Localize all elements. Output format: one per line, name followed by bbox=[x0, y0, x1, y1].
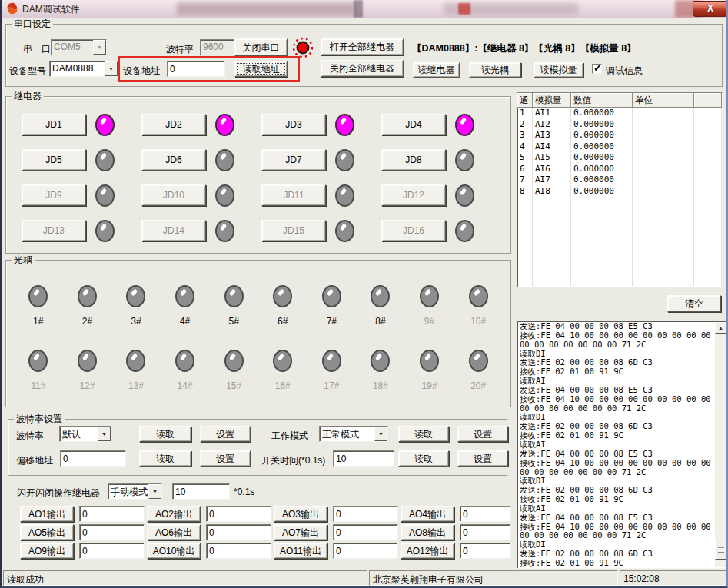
ao-output-input-12[interactable] bbox=[460, 543, 511, 559]
flash-time-input[interactable] bbox=[172, 483, 230, 500]
relay-led-on bbox=[335, 114, 354, 136]
relay-led-off bbox=[95, 184, 115, 207]
chevron-down-icon[interactable]: ▼ bbox=[148, 484, 161, 499]
ao-output-button-4[interactable]: AO4输出 bbox=[401, 506, 454, 522]
ao-output-input-9[interactable] bbox=[79, 543, 145, 559]
flash-mode-combo[interactable]: 手动模式 ▼ bbox=[108, 483, 162, 500]
scrollbar-thumb[interactable] bbox=[715, 540, 726, 560]
opto-label: 3# bbox=[131, 316, 141, 327]
work-mode-read-button[interactable]: 读取 bbox=[398, 426, 449, 442]
analog-table-cell bbox=[633, 164, 694, 175]
analog-table-cell bbox=[694, 264, 722, 275]
close-button[interactable]: X bbox=[693, 1, 726, 17]
relay-led-on bbox=[95, 114, 115, 136]
analog-table-row: 3AI30.000000 bbox=[517, 130, 722, 141]
analog-table-row: 4AI40.000000 bbox=[517, 141, 722, 153]
relay-button-jd8[interactable]: JD8 bbox=[381, 149, 446, 171]
ao-output-button-6[interactable]: AO6输出 bbox=[147, 524, 201, 540]
device-model-combo[interactable]: DAM0888 ▼ bbox=[49, 61, 118, 77]
relay-button-jd7[interactable]: JD7 bbox=[261, 149, 326, 171]
device-address-input[interactable] bbox=[167, 61, 225, 77]
analog-table-cell: 6 bbox=[517, 164, 533, 175]
opto-led bbox=[322, 285, 341, 307]
switch-time-read-button[interactable]: 读取 bbox=[398, 450, 449, 467]
analog-table-cell bbox=[633, 197, 694, 208]
opto-cell: 3# bbox=[111, 279, 161, 344]
ao-output-button-11[interactable]: AO11输出 bbox=[274, 543, 327, 559]
opto-led bbox=[175, 350, 194, 372]
analog-table-cell bbox=[694, 208, 722, 220]
relay-button-jd3[interactable]: JD3 bbox=[261, 114, 326, 135]
analog-table-cell: 7 bbox=[517, 174, 533, 186]
work-mode-set-button[interactable]: 设置 bbox=[457, 426, 508, 442]
relay-button-jd5[interactable]: JD5 bbox=[22, 149, 86, 171]
relay-button-jd6[interactable]: JD6 bbox=[141, 149, 206, 171]
switch-time-input[interactable] bbox=[333, 450, 394, 467]
analog-table-cell: 0.000000 bbox=[571, 119, 633, 131]
ao-output-input-5[interactable] bbox=[79, 524, 145, 540]
offset-address-input[interactable] bbox=[60, 450, 126, 467]
ao-output-input-7[interactable] bbox=[333, 524, 398, 540]
read-opto-button[interactable]: 读光耦 bbox=[469, 62, 521, 78]
ao-output-input-11[interactable] bbox=[333, 543, 398, 559]
ao-output-button-1[interactable]: AO1输出 bbox=[20, 506, 74, 522]
analog-table-cell bbox=[571, 219, 633, 231]
ao-output-button-8[interactable]: AO8输出 bbox=[401, 524, 454, 540]
serial-open-indicator-icon bbox=[291, 36, 314, 59]
ao-output-button-10[interactable]: AO10输出 bbox=[147, 543, 201, 559]
relay-button-jd13: JD13 bbox=[22, 220, 86, 241]
close-all-relays-button[interactable]: 关闭全部继电器 bbox=[321, 60, 404, 77]
chevron-down-icon[interactable]: ▼ bbox=[98, 427, 111, 441]
ao-output-input-10[interactable] bbox=[206, 543, 271, 559]
close-serial-button[interactable]: 关闭串口 bbox=[234, 38, 288, 56]
ao-output-button-7[interactable]: AO7输出 bbox=[274, 524, 327, 540]
analog-table-row bbox=[517, 264, 722, 275]
opto-label: 18# bbox=[373, 380, 388, 391]
ao-output-button-2[interactable]: AO2输出 bbox=[147, 506, 201, 522]
analog-table-cell bbox=[533, 275, 571, 287]
opto-led bbox=[126, 285, 145, 307]
read-relay-button[interactable]: 读继电器 bbox=[413, 62, 460, 78]
baudrate-read-button[interactable]: 读取 bbox=[139, 426, 191, 442]
analog-table-cell bbox=[633, 253, 694, 264]
debug-log-text: 发送:FE 04 00 00 00 08 E5 C3 接收:FE 04 10 0… bbox=[520, 322, 715, 568]
ao-output-input-6[interactable] bbox=[206, 524, 271, 540]
debug-info-checkbox[interactable]: ✓ bbox=[592, 64, 602, 74]
ao-output-button-9[interactable]: AO9输出 bbox=[20, 543, 74, 559]
opto-led bbox=[469, 285, 488, 307]
open-all-relays-button[interactable]: 打开全部继电器 bbox=[321, 38, 404, 55]
log-scrollbar[interactable]: ▲ bbox=[715, 322, 726, 567]
ao-output-input-4[interactable] bbox=[460, 506, 511, 522]
flash-mode-value: 手动模式 bbox=[108, 484, 148, 499]
switch-time-set-button[interactable]: 设置 bbox=[457, 450, 508, 467]
ao-output-button-3[interactable]: AO3输出 bbox=[274, 506, 327, 522]
offset-read-button[interactable]: 读取 bbox=[139, 450, 191, 467]
analog-table-cell bbox=[571, 275, 633, 287]
chevron-down-icon[interactable]: ▼ bbox=[374, 427, 387, 441]
ao-output-button-12[interactable]: AO12输出 bbox=[401, 543, 454, 559]
ao-output-input-8[interactable] bbox=[460, 524, 511, 540]
analog-table-cell bbox=[571, 264, 633, 275]
read-analog-button[interactable]: 读模拟量 bbox=[534, 62, 583, 78]
ao-output-input-2[interactable] bbox=[206, 506, 271, 522]
debug-log[interactable]: 发送:FE 04 00 00 00 08 E5 C3 接收:FE 04 10 0… bbox=[517, 321, 728, 569]
work-mode-combo[interactable]: 正常模式 ▼ bbox=[319, 426, 388, 442]
clear-log-button[interactable]: 清空 bbox=[667, 295, 721, 312]
offset-set-button[interactable]: 设置 bbox=[200, 450, 251, 467]
baudrate-set-button[interactable]: 设置 bbox=[200, 426, 251, 442]
relay-button-jd2[interactable]: JD2 bbox=[141, 114, 206, 135]
opto-led bbox=[175, 285, 194, 307]
ao-output-input-3[interactable] bbox=[333, 506, 398, 522]
opto-led bbox=[420, 350, 439, 372]
ao-output-input-1[interactable] bbox=[79, 506, 145, 522]
relay-button-jd4[interactable]: JD4 bbox=[381, 114, 446, 135]
read-address-button[interactable]: 读取地址 bbox=[234, 61, 288, 77]
ao-output-button-5[interactable]: AO5输出 bbox=[20, 524, 74, 540]
relay-button-jd9: JD9 bbox=[22, 184, 86, 206]
scroll-up-icon[interactable]: ▲ bbox=[715, 322, 726, 334]
relay-button-jd1[interactable]: JD1 bbox=[22, 114, 86, 135]
baudrate-combo[interactable]: 默认 ▼ bbox=[59, 426, 111, 442]
opto-cell: 20# bbox=[454, 344, 503, 408]
chevron-down-icon[interactable]: ▼ bbox=[105, 61, 118, 76]
opto-cell: 13# bbox=[111, 344, 161, 408]
